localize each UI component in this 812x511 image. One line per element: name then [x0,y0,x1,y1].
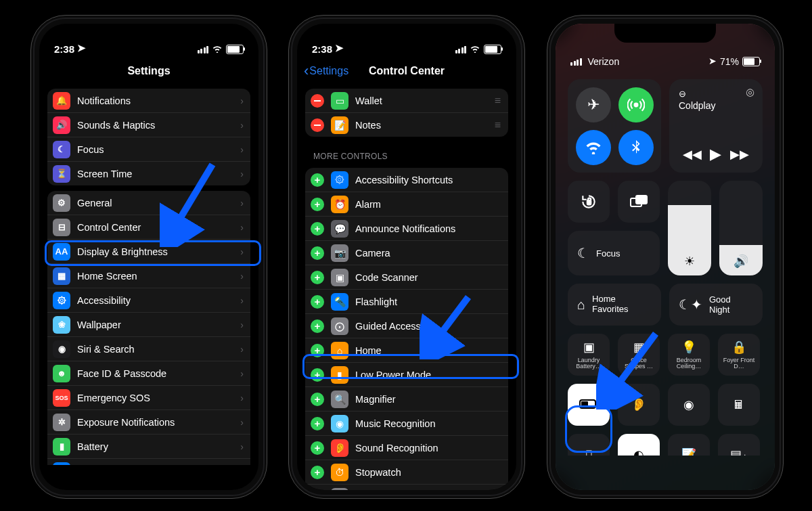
media-panel[interactable]: ◎ ⊖ Coldplay ◀◀ ▶ ▶▶ [669,79,763,173]
bluetooth-toggle[interactable] [618,130,654,165]
calculator-button[interactable]: 🖩 [718,384,760,426]
more-row-flashlight[interactable]: + 🔦 Flashlight [305,289,508,313]
battery-icon [226,45,244,54]
add-button[interactable]: + [311,198,324,211]
settings-row-exposure-notifications[interactable]: ✲ Exposure Notifications › [47,409,250,434]
row-icon: ▭ [331,92,348,110]
settings-row-wallpaper[interactable]: ❀ Wallpaper › [47,312,250,336]
home-tile-bedroom-ceiling-[interactable]: 💡 Bedroom Ceiling… [668,334,710,376]
screen-mirroring[interactable] [618,181,660,223]
scene-good-night[interactable]: ☾✦Good Night [669,284,763,326]
scene-label: Home Favorites [592,294,652,315]
add-button[interactable]: + [311,271,324,284]
dark-mode-button[interactable]: ◐ [618,434,660,476]
more-row-camera[interactable]: + 📷 Camera [305,240,508,265]
record-icon: ◉ [683,397,694,412]
settings-row-privacy[interactable]: ✋ Privacy › [47,458,250,483]
airplane-toggle[interactable]: ✈︎ [576,87,611,123]
more-row-music-recognition[interactable]: + ◉ Music Recognition [305,411,508,435]
row-label: Magnifier [355,394,501,405]
row-icon: 📷 [331,244,348,262]
focus-button[interactable]: ☾Focus [568,231,660,275]
row-icon: ⏱ [331,464,348,481]
row-label: Code Scanner [355,272,501,283]
settings-row-notifications[interactable]: 🔔 Notifications › [47,89,250,112]
add-button[interactable]: + [311,490,324,491]
row-icon: ▮ [53,438,70,456]
chevron-right-icon: › [240,222,244,233]
settings-row-battery[interactable]: ▮ Battery › [47,434,250,458]
orientation-lock[interactable] [568,181,610,223]
wifi-icon [470,44,480,55]
chevron-right-icon: › [240,393,244,403]
play-button[interactable]: ▶ [710,146,721,163]
screen-record-button[interactable]: ◉ [668,384,710,426]
rewind-button[interactable]: ◀◀ [683,147,702,162]
notes-icon: 📝 [681,447,696,462]
row-icon: ▣ [331,269,348,286]
cellular-toggle[interactable] [618,87,654,123]
volume-slider[interactable]: 🔊 [719,181,763,275]
forward-button[interactable]: ▶▶ [730,147,749,162]
home-tile-foyer-front-d-[interactable]: 🔒 Foyer Front D… [718,334,760,376]
more-row-guided-access[interactable]: + ⨀ Guided Access [305,313,508,338]
tile-label: Foyer Front D… [718,357,760,370]
row-label: Sound Recognition [355,443,501,453]
quick-note-button[interactable]: ▤₊ [718,434,760,476]
nav-bar: ‹Settings Control Center [297,58,516,85]
connectivity-panel[interactable]: ✈︎ [568,79,661,173]
back-button[interactable]: ‹Settings [304,64,348,79]
more-row-alarm[interactable]: + ⏰ Alarm [305,192,508,216]
media-title: Coldplay [679,100,753,111]
row-icon: ⚙︎ [53,194,70,212]
highlight-low-power-toggle [565,405,612,453]
more-row-code-scanner[interactable]: + ▣ Code Scanner [305,265,508,289]
settings-row-accessibility[interactable]: ۞ Accessibility › [47,288,250,312]
more-row-stopwatch[interactable]: + ⏱ Stopwatch [305,460,508,484]
more-row-text-size[interactable]: + Aa Text Size [305,484,508,490]
add-button[interactable]: + [311,222,324,236]
row-label: Accessibility [77,295,240,306]
settings-row-emergency-sos[interactable]: SOS Emergency SOS › [47,385,250,409]
drag-handle-icon[interactable]: ≡ [495,119,501,131]
settings-row-home-screen[interactable]: ▦ Home Screen › [47,263,250,288]
more-row-sound-recognition[interactable]: + 👂 Sound Recognition [305,435,508,460]
airplay-icon[interactable]: ◎ [746,86,754,98]
location-icon: ➤ [77,42,86,54]
settings-row-sounds-haptics[interactable]: 🔊 Sounds & Haptics › [47,112,250,137]
chevron-right-icon: › [240,144,244,155]
included-row-notes[interactable]: 📝 Notes ≡ [305,112,508,137]
wifi-toggle[interactable] [576,130,611,165]
add-button[interactable]: + [311,319,324,333]
row-label: Emergency SOS [77,393,240,403]
remove-button[interactable] [311,118,324,132]
cellular-icon [198,46,209,53]
settings-row-face-id-passcode[interactable]: ☻ Face ID & Passcode › [47,361,250,385]
page-title: Control Center [369,65,445,77]
add-button[interactable]: + [311,466,324,479]
add-button[interactable]: + [311,417,324,430]
more-row-accessibility-shortcuts[interactable]: + ۞ Accessibility Shortcuts [305,168,508,192]
add-button[interactable]: + [311,441,324,455]
remove-button[interactable] [311,94,324,108]
notes-button[interactable]: 📝 [668,434,710,476]
brightness-slider[interactable]: ☀︎ [668,181,711,275]
row-icon: ✋ [53,462,70,480]
row-label: Stopwatch [355,467,501,478]
row-label: Face ID & Passcode [77,368,240,379]
more-row-magnifier[interactable]: + 🔍 Magnifier [305,386,508,411]
row-icon: ⊟ [53,219,70,236]
settings-row-focus[interactable]: ☾ Focus › [47,137,250,161]
add-button[interactable]: + [311,246,324,260]
add-button[interactable]: + [311,393,324,406]
included-row-wallet[interactable]: ▭ Wallet ≡ [305,89,508,112]
back-label: Settings [309,65,348,77]
drag-handle-icon[interactable]: ≡ [495,95,501,107]
scene-home-favorites[interactable]: ⌂Home Favorites [568,284,661,326]
row-icon: 🔦 [331,293,348,311]
more-row-announce-notifications[interactable]: + 💬 Announce Notifications [305,216,508,240]
row-label: Exposure Notifications [77,417,240,428]
settings-row-siri-search[interactable]: ◉ Siri & Search › [47,336,250,361]
add-button[interactable]: + [311,295,324,309]
add-button[interactable]: + [311,173,324,187]
